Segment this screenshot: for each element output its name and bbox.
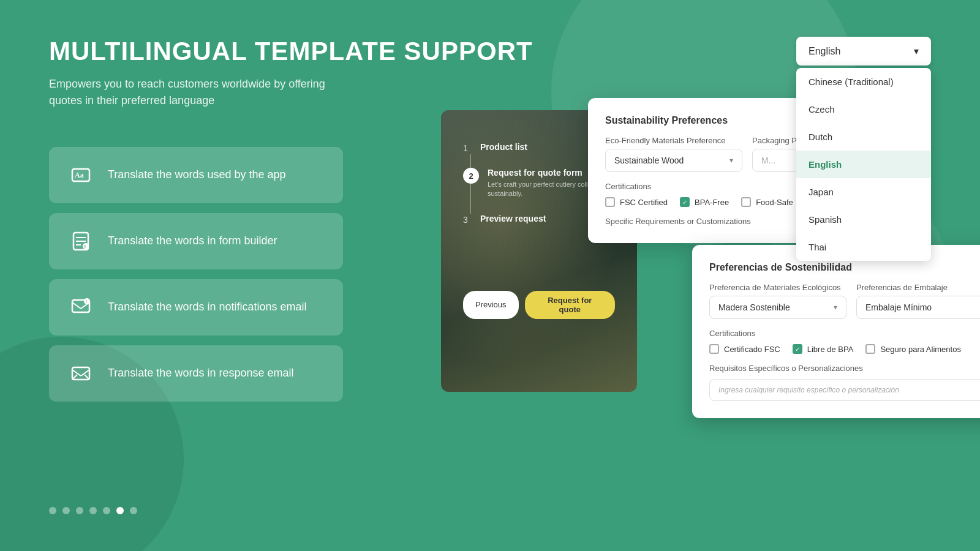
language-current-label: English — [809, 46, 840, 57]
language-dropdown-menu: Chinese (Traditional) Czech Dutch Englis… — [796, 68, 931, 261]
step-3-number: 3 — [463, 215, 472, 225]
form-es-specific-req: Requisitos Específicos o Personalizacion… — [709, 364, 980, 373]
form-es-section-title: Preferencias de Sostenibilidad — [709, 262, 980, 273]
cert-food-checkbox[interactable] — [741, 197, 751, 207]
lang-option-czech[interactable]: Czech — [796, 96, 931, 123]
cert-es-fsc-label: Certificado FSC — [724, 345, 780, 354]
language-dropdown-container: English ▾ Chinese (Traditional) Czech Du… — [796, 37, 931, 66]
form-es-eco-label: Preferencia de Materiales Ecológicos — [709, 283, 846, 292]
feature-response-label: Translate the words in response email — [108, 365, 293, 381]
form-es-specific-req-input[interactable]: Ingresa cualquier requisito específico o… — [709, 379, 980, 401]
feature-app-label: Translate the words used by the app — [108, 167, 286, 182]
svg-point-11 — [84, 298, 90, 304]
cert-fsc: FSC Certified — [605, 197, 668, 207]
cert-bpa: BPA-Free — [680, 197, 729, 207]
pagination-dots — [49, 507, 137, 514]
lang-option-spanish[interactable]: Spanish — [796, 206, 931, 233]
lang-option-thai[interactable]: Thai — [796, 233, 931, 261]
cert-bpa-label: BPA-Free — [695, 198, 729, 207]
form-es-packaging-select[interactable]: Embalaje Mínimo ▾ — [856, 296, 980, 319]
lang-option-dutch[interactable]: Dutch — [796, 123, 931, 151]
feature-card-form: ! Translate the words in form builder — [49, 213, 343, 269]
lang-option-chinese-traditional[interactable]: Chinese (Traditional) — [796, 68, 931, 96]
cert-es-food: Seguro para Alimentos — [865, 344, 961, 354]
form-en-eco-select[interactable]: Sustainable Wood ▾ — [605, 149, 742, 172]
dot-3[interactable] — [76, 507, 83, 514]
form-builder-icon: ! — [66, 227, 96, 256]
form-es-eco-field: Preferencia de Materiales Ecológicos Mad… — [709, 283, 846, 319]
form-es-certifications: Certifications Certificado FSC Libre de … — [709, 329, 980, 354]
page-wrapper: MULTILINGUAL TEMPLATE SUPPORT Empowers y… — [0, 0, 980, 551]
form-es-cert-items: Certificado FSC Libre de BPA Seguro para… — [709, 344, 980, 354]
feature-card-notifications: ! Translate the words in notifications e… — [49, 279, 343, 335]
response-email-icon — [66, 359, 96, 388]
form-es-eco-value: Madera Sostenible — [718, 302, 790, 312]
preview-buttons: Previous Request for quote — [453, 281, 625, 329]
feature-form-label: Translate the words in form builder — [108, 233, 277, 249]
lang-option-english[interactable]: English — [796, 151, 931, 178]
feature-notifications-label: Translate the words in notifications ema… — [108, 299, 306, 315]
cert-bpa-checkbox[interactable] — [680, 197, 690, 207]
step-2-circle: 2 — [463, 168, 479, 184]
page-subtitle: Empowers you to reach customers worldwid… — [49, 76, 355, 109]
dot-6[interactable] — [116, 507, 124, 514]
cert-food-label: Food-Safe — [756, 198, 793, 207]
svg-text:!: ! — [85, 244, 86, 249]
feature-card-response: Translate the words in response email — [49, 345, 343, 402]
language-dropdown-button[interactable]: English ▾ — [796, 37, 931, 66]
dot-7[interactable] — [130, 507, 137, 514]
cert-fsc-label: FSC Certified — [620, 198, 668, 207]
form-card-spanish: Preferencias de Sostenibilidad Preferenc… — [692, 245, 980, 418]
es-eco-select-chevron: ▾ — [834, 303, 837, 312]
feature-cards-list: Aa Translate the words used by the app !… — [49, 147, 343, 402]
cert-es-fsc: Certificado FSC — [709, 344, 780, 354]
dot-4[interactable] — [89, 507, 97, 514]
cert-es-food-checkbox[interactable] — [865, 344, 875, 354]
app-words-icon: Aa — [66, 160, 96, 190]
form-en-eco-field: Eco-Friendly Materials Preference Sustai… — [605, 136, 742, 172]
form-en-eco-label: Eco-Friendly Materials Preference — [605, 136, 742, 145]
svg-line-9 — [72, 302, 81, 309]
dot-2[interactable] — [62, 507, 70, 514]
form-es-packaging-value: Embalaje Mínimo — [865, 302, 932, 312]
svg-text:Aa: Aa — [75, 171, 84, 179]
cert-food: Food-Safe — [741, 197, 793, 207]
dot-1[interactable] — [49, 507, 56, 514]
form-en-packaging-placeholder: M... — [761, 156, 775, 165]
form-es-row-eco-packaging: Preferencia de Materiales Ecológicos Mad… — [709, 283, 980, 319]
step-1-number: 1 — [463, 143, 472, 153]
previous-button[interactable]: Previous — [463, 291, 519, 319]
cert-es-bpa-checkbox[interactable] — [793, 344, 802, 354]
cert-fsc-checkbox[interactable] — [605, 197, 615, 207]
svg-text:!: ! — [86, 299, 87, 304]
notifications-icon: ! — [66, 293, 96, 322]
dot-5[interactable] — [103, 507, 110, 514]
cert-es-bpa-label: Libre de BPA — [807, 345, 854, 354]
form-es-packaging-field: Preferencias de Embalaje Embalaje Mínimo… — [856, 283, 980, 319]
form-es-packaging-label: Preferencias de Embalaje — [856, 283, 980, 292]
form-es-cert-label: Certifications — [709, 329, 980, 338]
cert-es-food-label: Seguro para Alimentos — [880, 345, 961, 354]
eco-select-chevron: ▾ — [729, 156, 733, 165]
chevron-down-icon: ▾ — [914, 45, 919, 57]
form-es-eco-select[interactable]: Madera Sostenible ▾ — [709, 296, 846, 319]
cert-es-fsc-checkbox[interactable] — [709, 344, 719, 354]
form-en-eco-value: Sustainable Wood — [614, 156, 684, 165]
cert-es-bpa: Libre de BPA — [793, 344, 854, 354]
request-quote-button[interactable]: Request for quote — [525, 291, 615, 319]
feature-card-app: Aa Translate the words used by the app — [49, 147, 343, 203]
lang-option-japan[interactable]: Japan — [796, 178, 931, 206]
